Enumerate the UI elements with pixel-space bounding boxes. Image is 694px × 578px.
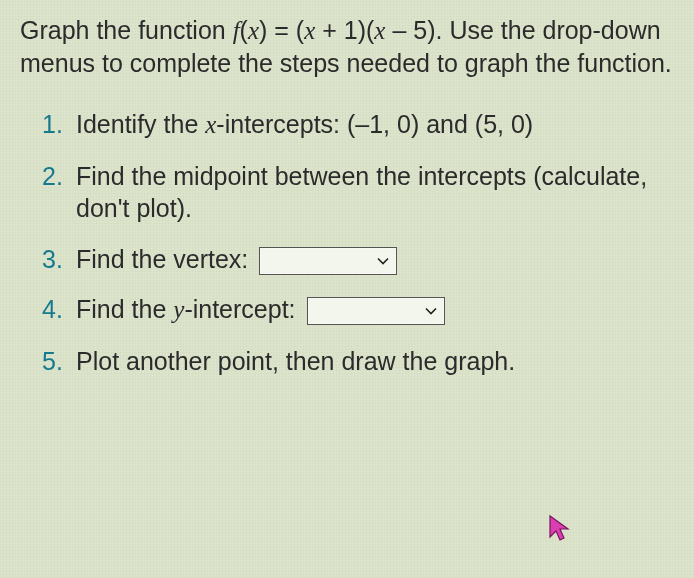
x-term-2: x (374, 17, 385, 44)
eq: = ( (267, 16, 304, 44)
steps-list: Identify the x-intercepts: (–1, 0) and (… (42, 108, 676, 377)
step-2-text: Find the midpoint between the intercepts… (76, 162, 647, 223)
cursor-icon (548, 514, 574, 548)
step-3: Find the vertex: (42, 243, 676, 276)
chevron-down-icon (376, 254, 390, 268)
step-3-label: Find the vertex: (76, 245, 255, 273)
vertex-dropdown[interactable] (259, 247, 397, 275)
step-4: Find the y-intercept: (42, 293, 676, 327)
fn-x-arg: x (248, 17, 259, 44)
step-1b: -intercepts: (–1, 0) and (5, 0) (216, 110, 533, 138)
step-1-var: x (205, 111, 216, 138)
step-1a: Identify the (76, 110, 205, 138)
fn-f: f (233, 17, 240, 44)
step-1: Identify the x-intercepts: (–1, 0) and (… (42, 108, 676, 142)
mid1: + 1)( (315, 16, 374, 44)
prompt-pre: Graph the function (20, 16, 233, 44)
step-5: Plot another point, then draw the graph. (42, 345, 676, 378)
prompt-text: Graph the function f(x) = (x + 1)(x – 5)… (20, 14, 676, 80)
mid2: – 5). (385, 16, 449, 44)
step-4-var: y (173, 296, 184, 323)
chevron-down-icon (424, 304, 438, 318)
step-2: Find the midpoint between the intercepts… (42, 160, 676, 225)
yintercept-dropdown[interactable] (307, 297, 445, 325)
step-4a: Find the (76, 295, 173, 323)
step-4b: -intercept: (184, 295, 302, 323)
exercise-panel: Graph the function f(x) = (x + 1)(x – 5)… (0, 0, 694, 377)
x-term-1: x (304, 17, 315, 44)
step-5-text: Plot another point, then draw the graph. (76, 347, 515, 375)
